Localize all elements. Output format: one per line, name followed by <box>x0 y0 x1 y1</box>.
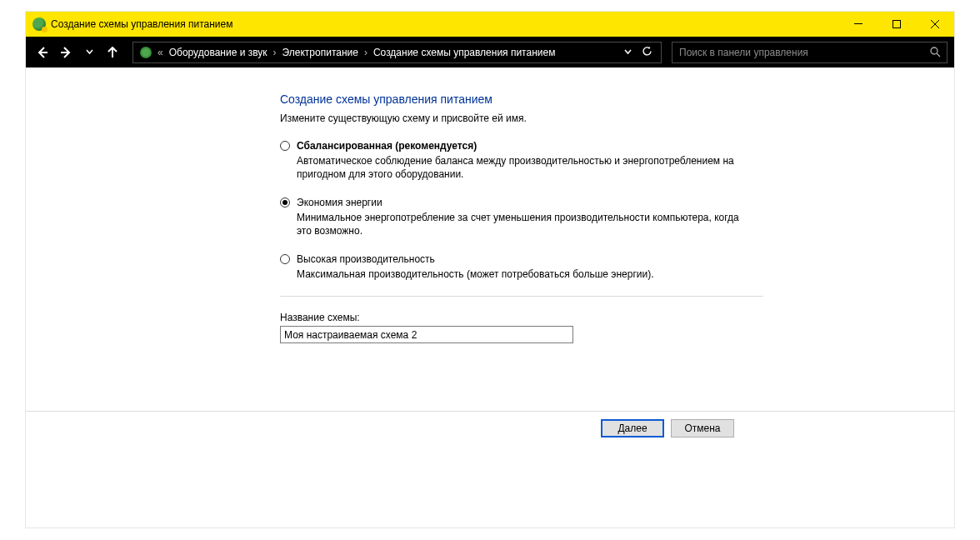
radio-high-performance[interactable] <box>280 254 290 264</box>
footer-bar: Далее Отмена <box>26 411 954 444</box>
option-high-performance: Высокая производительность Максимальная … <box>280 252 763 281</box>
maximize-button[interactable] <box>878 12 916 37</box>
page-title: Создание схемы управления питанием <box>280 92 954 106</box>
divider <box>280 296 763 297</box>
search-icon[interactable] <box>923 47 947 58</box>
breadcrumb-item-create-plan[interactable]: Создание схемы управления питанием <box>373 47 555 58</box>
refresh-icon[interactable] <box>642 46 652 59</box>
window-controls <box>839 12 954 37</box>
chevron-right-icon: « <box>155 47 166 58</box>
navbar: « Оборудование и звук › Электропитание ›… <box>26 37 954 68</box>
radio-balanced[interactable] <box>280 141 290 151</box>
chevron-down-icon[interactable] <box>624 47 632 58</box>
minimize-button[interactable] <box>839 12 878 37</box>
window: Создание схемы управления питанием <box>25 11 955 528</box>
back-button[interactable] <box>32 42 52 62</box>
search-input[interactable] <box>672 42 923 62</box>
svg-rect-0 <box>854 23 862 24</box>
page-subtitle: Измените существующую схему и присвойте … <box>280 112 954 124</box>
plan-name-input[interactable] <box>280 326 573 343</box>
breadcrumb-item-hardware[interactable]: Оборудование и звук <box>169 47 268 58</box>
app-icon <box>32 18 46 31</box>
forward-button[interactable] <box>56 42 76 62</box>
content: Создание схемы управления питанием Измен… <box>26 68 954 528</box>
option-balanced: Сбалансированная (рекомендуется) Автомат… <box>280 139 763 181</box>
plan-options: Сбалансированная (рекомендуется) Автомат… <box>280 139 763 281</box>
radio-power-saver[interactable] <box>280 198 290 208</box>
option-label[interactable]: Экономия энергии <box>292 196 763 209</box>
breadcrumb[interactable]: « Оборудование и звук › Электропитание ›… <box>132 42 662 63</box>
window-title: Создание схемы управления питанием <box>51 18 232 30</box>
svg-point-2 <box>931 48 938 54</box>
chevron-right-icon: › <box>271 47 279 58</box>
control-panel-icon <box>140 47 152 58</box>
up-button[interactable] <box>102 42 122 62</box>
breadcrumb-item-power[interactable]: Электропитание <box>282 47 358 58</box>
option-desc: Максимальная производительность (может п… <box>292 268 742 281</box>
option-label[interactable]: Высокая производительность <box>292 252 763 266</box>
search-box[interactable] <box>672 42 948 63</box>
option-power-saver: Экономия энергии Минимальное энергопотре… <box>280 196 763 238</box>
recent-dropdown[interactable] <box>79 42 99 62</box>
titlebar: Создание схемы управления питанием <box>26 12 954 37</box>
plan-name-label: Название схемы: <box>280 312 954 323</box>
next-button[interactable]: Далее <box>601 419 664 438</box>
option-label[interactable]: Сбалансированная (рекомендуется) <box>292 139 763 152</box>
svg-rect-1 <box>893 21 901 28</box>
close-button[interactable] <box>916 12 954 37</box>
page: Создание схемы управления питанием Измен… <box>26 68 954 343</box>
chevron-right-icon: › <box>362 47 370 58</box>
option-desc: Минимальное энергопотребление за счет ум… <box>292 211 742 238</box>
cancel-button[interactable]: Отмена <box>671 419 734 438</box>
option-desc: Автоматическое соблюдение баланса между … <box>292 154 742 181</box>
